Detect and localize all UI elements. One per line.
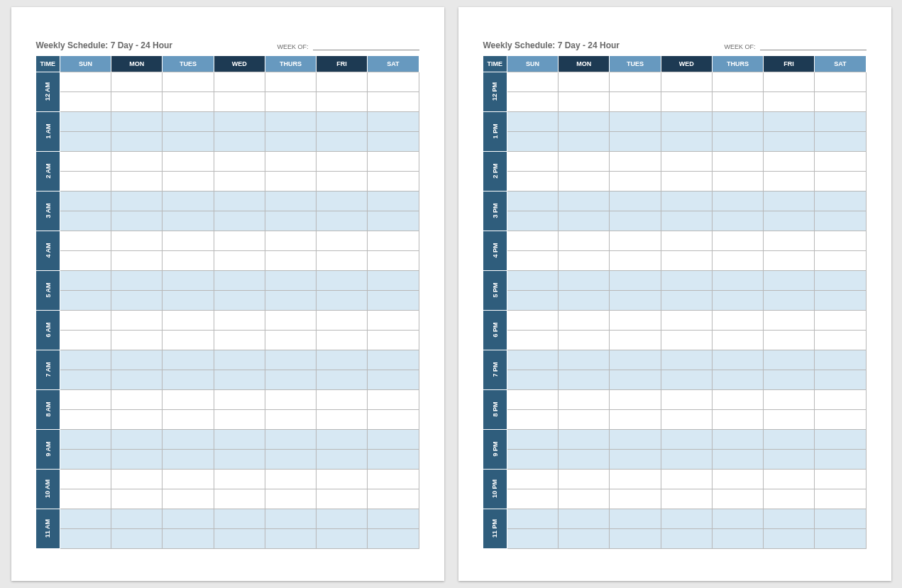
schedule-cell[interactable] [661,290,712,310]
schedule-cell[interactable] [214,449,265,469]
schedule-cell[interactable] [610,191,661,211]
schedule-cell[interactable] [764,509,815,528]
schedule-cell[interactable] [163,131,214,151]
schedule-cell[interactable] [265,171,316,191]
schedule-cell[interactable] [559,171,610,191]
schedule-cell[interactable] [317,290,368,310]
schedule-cell[interactable] [111,509,163,528]
schedule-cell[interactable] [764,528,815,548]
schedule-cell[interactable] [712,151,763,171]
schedule-cell[interactable] [317,270,368,290]
schedule-cell[interactable] [214,528,265,548]
schedule-cell[interactable] [712,72,763,91]
schedule-cell[interactable] [317,449,368,469]
schedule-cell[interactable] [111,231,163,250]
schedule-cell[interactable] [559,528,610,548]
schedule-cell[interactable] [507,290,559,310]
schedule-cell[interactable] [163,469,214,489]
schedule-cell[interactable] [815,91,866,111]
schedule-cell[interactable] [507,469,559,489]
schedule-cell[interactable] [60,370,111,389]
week-of-input-line[interactable] [760,43,867,50]
schedule-cell[interactable] [661,350,712,370]
schedule-cell[interactable] [163,211,214,231]
schedule-cell[interactable] [214,409,265,429]
schedule-cell[interactable] [368,131,419,151]
schedule-cell[interactable] [60,528,111,548]
schedule-cell[interactable] [610,389,661,409]
schedule-cell[interactable] [764,350,815,370]
schedule-cell[interactable] [60,310,111,330]
schedule-cell[interactable] [265,250,316,270]
schedule-cell[interactable] [163,409,214,429]
schedule-cell[interactable] [815,449,866,469]
schedule-cell[interactable] [610,91,661,111]
schedule-cell[interactable] [368,111,419,131]
schedule-cell[interactable] [507,191,559,211]
schedule-cell[interactable] [610,469,661,489]
schedule-cell[interactable] [507,489,559,509]
schedule-cell[interactable] [712,370,763,389]
schedule-cell[interactable] [214,211,265,231]
schedule-cell[interactable] [368,72,419,91]
schedule-cell[interactable] [507,151,559,171]
schedule-cell[interactable] [265,528,316,548]
schedule-cell[interactable] [214,131,265,151]
schedule-cell[interactable] [163,429,214,449]
schedule-cell[interactable] [507,171,559,191]
schedule-cell[interactable] [661,111,712,131]
schedule-cell[interactable] [111,91,163,111]
schedule-cell[interactable] [214,429,265,449]
schedule-cell[interactable] [610,270,661,290]
schedule-cell[interactable] [317,310,368,330]
schedule-cell[interactable] [712,270,763,290]
schedule-cell[interactable] [610,151,661,171]
schedule-cell[interactable] [60,509,111,528]
schedule-cell[interactable] [368,350,419,370]
schedule-cell[interactable] [163,489,214,509]
schedule-cell[interactable] [317,330,368,350]
schedule-cell[interactable] [317,191,368,211]
schedule-cell[interactable] [214,270,265,290]
schedule-cell[interactable] [507,449,559,469]
schedule-cell[interactable] [368,171,419,191]
schedule-cell[interactable] [111,270,163,290]
schedule-cell[interactable] [610,72,661,91]
schedule-cell[interactable] [163,191,214,211]
schedule-cell[interactable] [815,310,866,330]
schedule-cell[interactable] [764,409,815,429]
schedule-cell[interactable] [559,91,610,111]
schedule-cell[interactable] [661,429,712,449]
schedule-cell[interactable] [712,449,763,469]
schedule-cell[interactable] [764,469,815,489]
schedule-cell[interactable] [163,72,214,91]
schedule-cell[interactable] [111,250,163,270]
schedule-cell[interactable] [661,250,712,270]
schedule-cell[interactable] [610,310,661,330]
schedule-cell[interactable] [111,528,163,548]
schedule-cell[interactable] [265,449,316,469]
schedule-cell[interactable] [368,151,419,171]
schedule-cell[interactable] [111,350,163,370]
schedule-cell[interactable] [661,489,712,509]
schedule-cell[interactable] [265,290,316,310]
schedule-cell[interactable] [559,250,610,270]
schedule-cell[interactable] [60,231,111,250]
schedule-cell[interactable] [712,310,763,330]
schedule-cell[interactable] [610,449,661,469]
schedule-cell[interactable] [214,310,265,330]
schedule-cell[interactable] [507,250,559,270]
schedule-cell[interactable] [661,528,712,548]
schedule-cell[interactable] [507,389,559,409]
schedule-cell[interactable] [712,469,763,489]
schedule-cell[interactable] [661,469,712,489]
schedule-cell[interactable] [111,191,163,211]
schedule-cell[interactable] [265,509,316,528]
schedule-cell[interactable] [111,409,163,429]
schedule-cell[interactable] [507,350,559,370]
schedule-cell[interactable] [317,91,368,111]
schedule-cell[interactable] [163,449,214,469]
schedule-cell[interactable] [111,131,163,151]
schedule-cell[interactable] [214,231,265,250]
schedule-cell[interactable] [712,330,763,350]
